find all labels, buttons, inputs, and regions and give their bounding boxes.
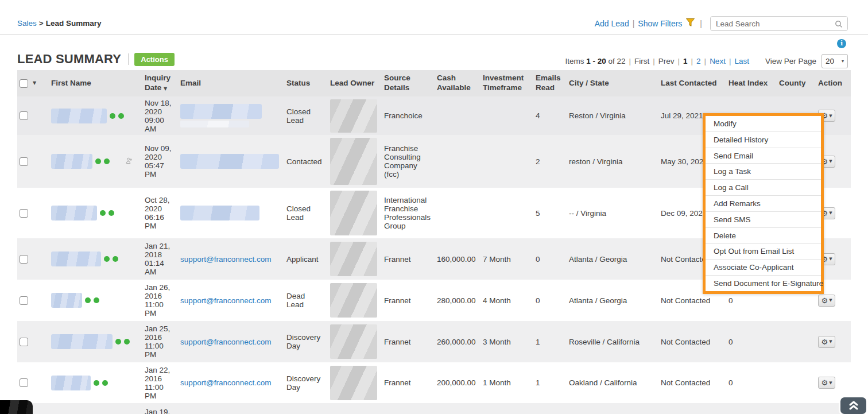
email-link[interactable]: support@franconnect.com	[180, 338, 272, 346]
actions-button[interactable]: Actions	[134, 53, 175, 66]
menu-item-delete[interactable]: Delete	[706, 227, 821, 243]
redacted-lead-owner	[330, 324, 377, 359]
cell-source: Frannet	[382, 238, 435, 280]
scroll-to-top-button[interactable]	[840, 397, 866, 414]
filter-funnel-icon[interactable]	[685, 18, 695, 29]
lead-search-input[interactable]	[711, 17, 847, 30]
row-action-button[interactable]: ⚙▼	[818, 336, 835, 348]
cell-emails-read: 0	[533, 280, 567, 321]
row-checkbox[interactable]	[20, 378, 28, 387]
breadcrumb-separator: >	[37, 19, 46, 28]
breadcrumb-sales-link[interactable]: Sales	[17, 19, 37, 28]
cell-status: Discovery Day	[284, 362, 328, 403]
pagination-prev[interactable]: Prev	[658, 57, 675, 65]
row-checkbox[interactable]	[20, 209, 28, 218]
pagination-page-2[interactable]: 2	[696, 57, 701, 65]
items-label: Items	[565, 57, 584, 65]
cell-city-state: Roseville / California	[567, 321, 658, 362]
separator: |	[626, 57, 635, 65]
top-actions: Add Lead | Show Filters |	[595, 16, 848, 31]
header-action[interactable]: Action	[816, 70, 851, 96]
cell-timeframe: 3 Month	[480, 321, 533, 362]
co-applicant-icon	[126, 157, 133, 166]
sort-desc-icon: ▼	[164, 86, 167, 91]
cell-source: Frannet	[382, 280, 435, 321]
info-icon[interactable]: i	[837, 39, 846, 48]
cell-cash	[435, 188, 480, 238]
cell-emails-read: 1	[533, 362, 567, 403]
header-county[interactable]: County	[777, 70, 816, 96]
row-checkbox[interactable]	[20, 338, 28, 346]
header-source-details[interactable]: Source Details	[382, 70, 435, 96]
row-action-button[interactable]: ⚙▼	[818, 377, 835, 389]
pagination-first[interactable]: First	[634, 57, 649, 65]
gear-icon: ⚙	[821, 297, 828, 304]
redacted-first-name	[51, 109, 107, 123]
menu-item-detailed-history[interactable]: Detailed History	[706, 131, 821, 148]
search-icon[interactable]	[834, 20, 843, 29]
screen-corner-artifact	[0, 400, 33, 414]
header-emails-read[interactable]: Emails Read	[533, 70, 567, 96]
cell-inquiry-date: Jan 25, 2016 11:00 PM	[142, 321, 178, 362]
select-dropdown-icon[interactable]: ▼	[33, 80, 36, 86]
redacted-lead-owner	[330, 191, 377, 235]
view-per-page-label: View Per Page	[765, 57, 816, 65]
header-lead-owner[interactable]: Lead Owner	[328, 70, 382, 96]
header-first-name[interactable]: First Name	[49, 70, 142, 96]
row-checkbox[interactable]	[20, 157, 28, 166]
chevron-down-icon: ▼	[829, 339, 832, 344]
menu-item-send-email[interactable]: Send Email	[706, 148, 821, 164]
row-checkbox[interactable]	[20, 296, 28, 305]
email-link[interactable]: support@franconnect.com	[180, 378, 272, 387]
lead-search-box	[710, 16, 848, 31]
cell-emails-read: 1	[533, 321, 567, 362]
chevron-down-icon: ▾	[842, 59, 844, 64]
header-last-contacted[interactable]: Last Contacted	[658, 70, 726, 96]
separator: |	[701, 57, 710, 65]
cell-timeframe	[480, 135, 533, 188]
menu-item-modify[interactable]: Modify	[706, 116, 821, 131]
add-lead-link[interactable]: Add Lead	[595, 19, 629, 28]
view-per-page: View Per Page 20 ▾	[765, 54, 848, 68]
cell-city-state: Oakland / California	[567, 362, 658, 403]
table-header-row: ▼ First Name Inquiry Date ▼ Email Status…	[17, 70, 851, 96]
row-action-button[interactable]: ⚙▼	[818, 295, 835, 307]
heat-dot-icon	[104, 158, 110, 164]
cell-last-contacted: Not Contacted	[658, 321, 726, 362]
header-city-state[interactable]: City / State	[567, 70, 658, 96]
per-page-select[interactable]: 20 ▾	[822, 54, 848, 68]
redacted-lead-owner	[330, 242, 377, 276]
heat-dot-icon	[113, 256, 118, 262]
menu-item-add-remarks[interactable]: Add Remarks	[706, 195, 821, 211]
header-cash-available[interactable]: Cash Available	[435, 70, 480, 96]
row-checkbox[interactable]	[20, 111, 28, 120]
redacted-lead-owner	[330, 99, 377, 133]
per-page-value: 20	[826, 57, 834, 65]
heat-dot-icon	[94, 380, 99, 386]
heat-dot-icon	[108, 210, 114, 216]
show-filters-link[interactable]: Show Filters	[638, 19, 682, 28]
pagination-next[interactable]: Next	[710, 57, 726, 65]
header-inquiry-date[interactable]: Inquiry Date ▼	[142, 70, 178, 96]
cell-timeframe: 1 Month	[480, 362, 533, 403]
menu-item-opt-out-email-list[interactable]: Opt Out from Email List	[706, 243, 821, 260]
menu-item-send-sms[interactable]: Send SMS	[706, 211, 821, 227]
select-all-checkbox[interactable]	[20, 79, 28, 88]
header-status[interactable]: Status	[284, 70, 328, 96]
menu-item-associate-co-applicant[interactable]: Associate Co-Applicant	[706, 259, 821, 275]
redacted-lead-owner	[330, 366, 377, 400]
header-email[interactable]: Email	[178, 70, 284, 96]
email-link[interactable]: support@franconnect.com	[180, 255, 272, 264]
menu-item-log-a-call[interactable]: Log a Call	[706, 179, 821, 195]
header-investment-timeframe[interactable]: Investment Timeframe	[480, 70, 533, 96]
cell-inquiry-date: Jan 22, 2016 11:00 PM	[142, 362, 178, 403]
menu-item-log-a-task[interactable]: Log a Task	[706, 163, 821, 179]
pagination-last[interactable]: Last	[734, 57, 749, 65]
heat-dot-icon	[100, 210, 106, 216]
cell-cash: 200,000.00	[435, 362, 480, 403]
email-link[interactable]: support@franconnect.com	[180, 296, 272, 305]
header-heat-index[interactable]: Heat Index	[726, 70, 777, 96]
menu-item-send-document-esignature[interactable]: Send Document for E-Signature	[706, 275, 821, 291]
redacted-email-line2	[180, 121, 249, 127]
row-checkbox[interactable]	[20, 255, 28, 264]
